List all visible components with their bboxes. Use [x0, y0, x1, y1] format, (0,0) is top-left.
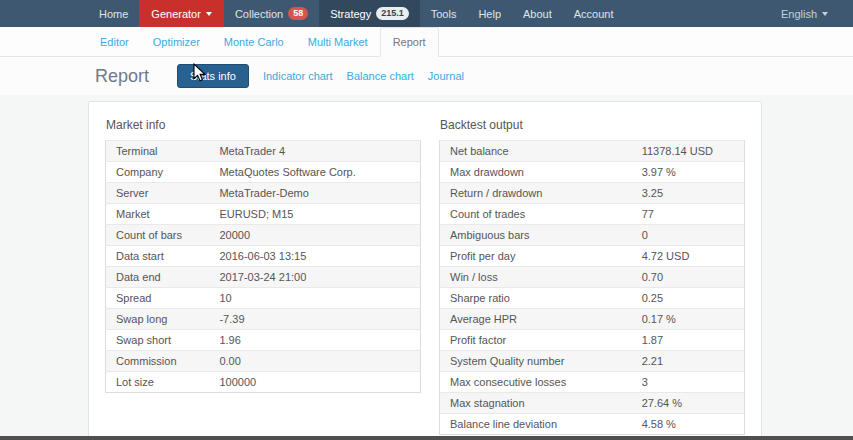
row-value: 4.72 USD — [632, 246, 745, 267]
nav-item-generator[interactable]: Generator — [139, 0, 224, 27]
nav-item-strategy[interactable]: Strategy 215.1 — [319, 0, 420, 27]
table-row: Max stagnation27.64 % — [440, 393, 745, 414]
table-row: Commission0.00 — [106, 351, 421, 372]
content-area: Market info TerminalMetaTrader 4CompanyM… — [0, 95, 853, 440]
row-label: Server — [106, 183, 210, 204]
row-value: 10 — [209, 288, 420, 309]
mouse-cursor — [191, 63, 207, 83]
row-label: Max drawdown — [440, 162, 632, 183]
backtest-output-section: Backtest output Net balance11378.14 USDM… — [439, 118, 745, 440]
table-row: Data end2017-03-24 21:00 — [106, 267, 421, 288]
nav-item-collection[interactable]: Collection 58 — [224, 0, 319, 27]
top-navbar: Home Generator Collection 58 Strategy 21… — [0, 0, 853, 27]
row-value: -7.39 — [209, 309, 420, 330]
table-row: Spread10 — [106, 288, 421, 309]
row-value: 11378.14 USD — [632, 141, 745, 162]
backtest-output-table: Net balance11378.14 USDMax drawdown3.97 … — [439, 140, 745, 435]
row-value: 3.25 — [632, 183, 745, 204]
row-label: Commission — [106, 351, 210, 372]
table-row: Win / loss0.70 — [440, 267, 745, 288]
page-title: Report — [95, 66, 149, 87]
market-info-section: Market info TerminalMetaTrader 4CompanyM… — [105, 118, 421, 440]
row-value: 1.96 — [209, 330, 420, 351]
row-label: Average HPR — [440, 309, 632, 330]
table-row: Count of trades77 — [440, 204, 745, 225]
row-value: 2016-06-03 13:15 — [209, 246, 420, 267]
strategy-subnav: Editor Optimizer Monte Carlo Multi Marke… — [0, 27, 853, 57]
row-label: Net balance — [440, 141, 632, 162]
row-label: Market — [106, 204, 210, 225]
table-row: Return / drawdown3.25 — [440, 183, 745, 204]
table-row: Max drawdown3.97 % — [440, 162, 745, 183]
table-row: ServerMetaTrader-Demo — [106, 183, 421, 204]
row-label: Data end — [106, 267, 210, 288]
row-label: Balance line deviation — [440, 414, 632, 435]
subnav-item-editor[interactable]: Editor — [88, 28, 141, 56]
row-value: MetaTrader 4 — [209, 141, 420, 162]
row-value: 100000 — [209, 372, 420, 393]
row-label: Return / drawdown — [440, 183, 632, 204]
row-value: 0.00 — [209, 351, 420, 372]
subnav-item-report[interactable]: Report — [380, 27, 439, 57]
row-label: Terminal — [106, 141, 210, 162]
row-value: 0 — [632, 225, 745, 246]
nav-item-about[interactable]: About — [512, 0, 563, 27]
row-value: 3.97 % — [632, 162, 745, 183]
tab-balance-chart[interactable]: Balance chart — [347, 70, 414, 82]
row-value: 2.21 — [632, 351, 745, 372]
caret-down-icon — [206, 12, 212, 16]
row-label: Data start — [106, 246, 210, 267]
caret-down-icon — [822, 12, 828, 16]
table-row: System Quality number2.21 — [440, 351, 745, 372]
row-label: Count of bars — [106, 225, 210, 246]
row-value: 3 — [632, 372, 745, 393]
subnav-item-optimizer[interactable]: Optimizer — [141, 28, 212, 56]
report-card: Market info TerminalMetaTrader 4CompanyM… — [88, 101, 762, 440]
row-value: 2017-03-24 21:00 — [209, 267, 420, 288]
table-row: MarketEURUSD; M15 — [106, 204, 421, 225]
row-value: 0.25 — [632, 288, 745, 309]
nav-item-generator-label: Generator — [151, 8, 201, 20]
row-value: EURUSD; M15 — [209, 204, 420, 225]
subnav-item-multi-market[interactable]: Multi Market — [296, 28, 380, 56]
tab-journal[interactable]: Journal — [428, 70, 464, 82]
strategy-count-badge: 215.1 — [376, 7, 409, 20]
language-selector[interactable]: English — [770, 0, 839, 27]
nav-item-account[interactable]: Account — [563, 0, 625, 27]
row-value: 27.64 % — [632, 393, 745, 414]
report-header: Report Stats info Indicator chart Balanc… — [0, 57, 853, 95]
row-label: Sharpe ratio — [440, 288, 632, 309]
row-label: Swap long — [106, 309, 210, 330]
table-row: Sharpe ratio0.25 — [440, 288, 745, 309]
table-row: CompanyMetaQuotes Software Corp. — [106, 162, 421, 183]
tab-stats-info[interactable]: Stats info — [177, 64, 249, 88]
row-value: 20000 — [209, 225, 420, 246]
nav-item-home[interactable]: Home — [88, 0, 139, 27]
table-row: TerminalMetaTrader 4 — [106, 141, 421, 162]
table-row: Max consecutive losses3 — [440, 372, 745, 393]
table-row: Profit per day4.72 USD — [440, 246, 745, 267]
table-row: Ambiguous bars0 — [440, 225, 745, 246]
table-row: Swap short1.96 — [106, 330, 421, 351]
tab-indicator-chart[interactable]: Indicator chart — [263, 70, 333, 82]
market-info-table: TerminalMetaTrader 4CompanyMetaQuotes So… — [105, 140, 421, 393]
row-value: 77 — [632, 204, 745, 225]
section-title-market-info: Market info — [106, 118, 421, 132]
table-row: Net balance11378.14 USD — [440, 141, 745, 162]
table-row: Lot size100000 — [106, 372, 421, 393]
row-label: Ambiguous bars — [440, 225, 632, 246]
row-label: Swap short — [106, 330, 210, 351]
bottom-bar — [0, 436, 853, 440]
app-window: Home Generator Collection 58 Strategy 21… — [0, 0, 853, 440]
section-title-backtest-output: Backtest output — [440, 118, 745, 132]
table-row: Count of bars20000 — [106, 225, 421, 246]
nav-item-tools[interactable]: Tools — [420, 0, 468, 27]
row-value: 1.87 — [632, 330, 745, 351]
nav-item-help[interactable]: Help — [467, 0, 512, 27]
row-value: 0.70 — [632, 267, 745, 288]
table-row: Average HPR0.17 % — [440, 309, 745, 330]
row-label: Max consecutive losses — [440, 372, 632, 393]
subnav-item-monte-carlo[interactable]: Monte Carlo — [212, 28, 296, 56]
language-label: English — [781, 8, 817, 20]
topnav-right: English — [770, 0, 853, 27]
